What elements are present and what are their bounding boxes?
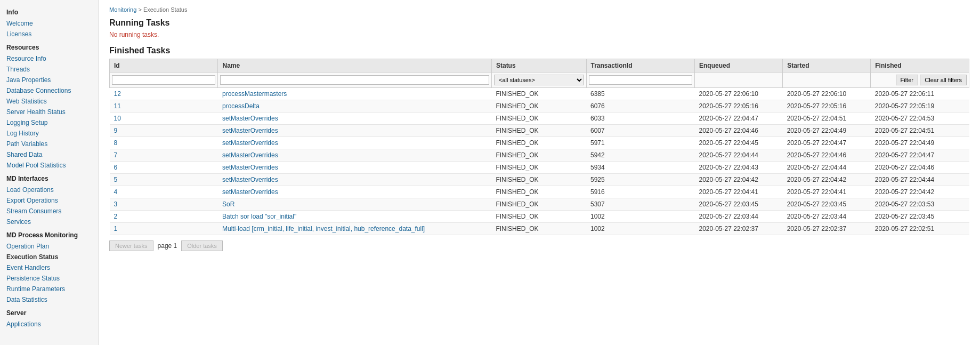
cell-id: 12 bbox=[110, 88, 218, 100]
cell-enqueued: 2020-05-27 22:04:47 bbox=[694, 113, 782, 125]
cell-id: 10 bbox=[110, 113, 218, 125]
cell-name: SoR bbox=[218, 198, 491, 211]
sidebar-item-licenses[interactable]: Licenses bbox=[0, 29, 98, 39]
cell-enqueued: 2020-05-27 22:03:44 bbox=[694, 211, 782, 223]
sidebar-resources-header: Resources bbox=[0, 39, 98, 53]
task-id-link[interactable]: 2 bbox=[114, 213, 118, 220]
table-row: 5setMasterOverridesFINISHED_OK59252020-0… bbox=[110, 174, 969, 186]
cell-started: 2020-05-27 22:06:10 bbox=[783, 88, 871, 100]
cell-started: 2020-05-27 22:04:42 bbox=[783, 174, 871, 186]
sidebar-item-runtime-parameters[interactable]: Runtime Parameters bbox=[0, 284, 98, 294]
task-name-link[interactable]: SoR bbox=[222, 200, 234, 208]
task-name-link[interactable]: Multi-load [crm_initial, life_initial, i… bbox=[222, 225, 425, 232]
task-id-link[interactable]: 10 bbox=[114, 115, 121, 122]
task-name-link[interactable]: setMasterOverrides bbox=[222, 127, 278, 134]
cell-finished: 2020-05-27 22:04:44 bbox=[871, 174, 969, 186]
cell-name: setMasterOverrides bbox=[218, 125, 491, 137]
task-name-link[interactable]: Batch sor load "sor_initial" bbox=[222, 213, 296, 220]
task-id-link[interactable]: 11 bbox=[114, 102, 121, 110]
sidebar-item-services[interactable]: Services bbox=[0, 216, 98, 227]
newer-tasks-button[interactable]: Newer tasks bbox=[109, 240, 153, 251]
col-id: Id bbox=[110, 59, 218, 73]
task-id-link[interactable]: 6 bbox=[114, 164, 118, 171]
col-finished: Finished bbox=[871, 59, 969, 73]
task-name-link[interactable]: setMasterOverrides bbox=[222, 151, 278, 159]
sidebar-item-operation-plan[interactable]: Operation Plan bbox=[0, 241, 98, 252]
sidebar-item-load-operations[interactable]: Load Operations bbox=[0, 184, 98, 195]
sidebar-item-persistence-status[interactable]: Persistence Status bbox=[0, 273, 98, 284]
sidebar-item-model-pool-statistics[interactable]: Model Pool Statistics bbox=[0, 160, 98, 171]
task-id-link[interactable]: 8 bbox=[114, 139, 118, 147]
sidebar-item-java-properties[interactable]: Java Properties bbox=[0, 75, 98, 85]
task-id-link[interactable]: 1 bbox=[114, 225, 118, 232]
filter-status-select[interactable]: <all statuses> FINISHED_OK FINISHED_ERRO… bbox=[494, 75, 584, 85]
sidebar-item-event-handlers[interactable]: Event Handlers bbox=[0, 262, 98, 273]
sidebar-item-resource-info[interactable]: Resource Info bbox=[0, 53, 98, 64]
sidebar-item-server-health-status[interactable]: Server Health Status bbox=[0, 107, 98, 117]
sidebar-item-export-operations[interactable]: Export Operations bbox=[0, 195, 98, 206]
running-tasks-title: Running Tasks bbox=[109, 18, 969, 28]
cell-started: 2020-05-27 22:02:37 bbox=[783, 223, 871, 235]
sidebar-md-interfaces-group: Load OperationsExport OperationsStream C… bbox=[0, 184, 98, 227]
cell-status: FINISHED_OK bbox=[491, 186, 586, 198]
sidebar-item-data-statistics[interactable]: Data Statistics bbox=[0, 294, 98, 305]
task-id-link[interactable]: 4 bbox=[114, 188, 118, 196]
filter-name-input[interactable] bbox=[220, 75, 489, 85]
cell-transactionid: 6385 bbox=[586, 88, 694, 100]
cell-transactionid: 1002 bbox=[586, 223, 694, 235]
cell-started: 2020-05-27 22:05:16 bbox=[783, 100, 871, 113]
task-name-link[interactable]: setMasterOverrides bbox=[222, 164, 278, 171]
sidebar-item-logging-setup[interactable]: Logging Setup bbox=[0, 117, 98, 128]
task-name-link[interactable]: processMastermasters bbox=[222, 90, 287, 98]
cell-finished: 2020-05-27 22:04:51 bbox=[871, 125, 969, 137]
cell-id: 9 bbox=[110, 125, 218, 137]
task-name-link[interactable]: setMasterOverrides bbox=[222, 176, 278, 183]
cell-enqueued: 2020-05-27 22:06:10 bbox=[694, 88, 782, 100]
sidebar-item-threads[interactable]: Threads bbox=[0, 64, 98, 75]
sidebar-item-execution-status[interactable]: Execution Status bbox=[0, 252, 98, 262]
sidebar-item-web-statistics[interactable]: Web Statistics bbox=[0, 96, 98, 107]
task-id-link[interactable]: 5 bbox=[114, 176, 118, 183]
table-row: 4setMasterOverridesFINISHED_OK59162020-0… bbox=[110, 186, 969, 198]
task-id-link[interactable]: 7 bbox=[114, 151, 118, 159]
sidebar-item-welcome[interactable]: Welcome bbox=[0, 18, 98, 29]
cell-transactionid: 1002 bbox=[586, 211, 694, 223]
cell-transactionid: 5307 bbox=[586, 198, 694, 211]
sidebar-resources-group: Resource InfoThreadsJava PropertiesDatab… bbox=[0, 53, 98, 171]
sidebar-item-applications[interactable]: Applications bbox=[0, 319, 98, 330]
task-name-link[interactable]: setMasterOverrides bbox=[222, 115, 278, 122]
cell-finished: 2020-05-27 22:03:45 bbox=[871, 211, 969, 223]
cell-started: 2020-05-27 22:04:49 bbox=[783, 125, 871, 137]
filter-id-cell bbox=[110, 73, 218, 88]
task-id-link[interactable]: 9 bbox=[114, 127, 118, 134]
breadcrumb-parent[interactable]: Monitoring bbox=[109, 6, 136, 13]
task-id-link[interactable]: 12 bbox=[114, 90, 121, 98]
cell-enqueued: 2020-05-27 22:04:42 bbox=[694, 174, 782, 186]
cell-name: processDelta bbox=[218, 100, 491, 113]
sidebar-item-database-connections[interactable]: Database Connections bbox=[0, 85, 98, 96]
cell-finished: 2020-05-27 22:06:11 bbox=[871, 88, 969, 100]
breadcrumb-separator: > bbox=[136, 6, 143, 13]
sidebar-item-path-variables[interactable]: Path Variables bbox=[0, 139, 98, 149]
cell-transactionid: 6033 bbox=[586, 113, 694, 125]
filter-button[interactable]: Filter bbox=[896, 75, 918, 85]
cell-name: setMasterOverrides bbox=[218, 162, 491, 174]
sidebar-item-stream-consumers[interactable]: Stream Consumers bbox=[0, 206, 98, 216]
cell-id: 5 bbox=[110, 174, 218, 186]
tasks-tbody: 12processMastermastersFINISHED_OK6385202… bbox=[110, 88, 969, 235]
filter-id-input[interactable] bbox=[112, 75, 215, 85]
cell-status: FINISHED_OK bbox=[491, 125, 586, 137]
clear-filters-button[interactable]: Clear all filters bbox=[920, 75, 967, 85]
task-name-link[interactable]: setMasterOverrides bbox=[222, 188, 278, 196]
cell-enqueued: 2020-05-27 22:04:44 bbox=[694, 149, 782, 162]
cell-transactionid: 5971 bbox=[586, 137, 694, 149]
sidebar-item-log-history[interactable]: Log History bbox=[0, 128, 98, 139]
task-name-link[interactable]: processDelta bbox=[222, 102, 260, 110]
filter-transaction-input[interactable] bbox=[589, 75, 692, 85]
sidebar-item-shared-data[interactable]: Shared Data bbox=[0, 149, 98, 160]
task-id-link[interactable]: 3 bbox=[114, 200, 118, 208]
older-tasks-button[interactable]: Older tasks bbox=[181, 240, 223, 251]
sidebar-md-process-group: Operation PlanExecution StatusEvent Hand… bbox=[0, 241, 98, 305]
filter-status-cell: <all statuses> FINISHED_OK FINISHED_ERRO… bbox=[491, 73, 586, 88]
task-name-link[interactable]: setMasterOverrides bbox=[222, 139, 278, 147]
